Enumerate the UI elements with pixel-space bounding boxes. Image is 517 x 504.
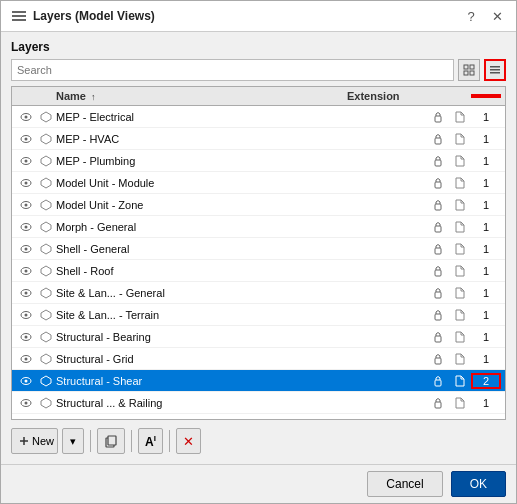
svg-rect-69 [108, 436, 116, 445]
cell-visibility [16, 201, 36, 209]
file-icon [455, 397, 465, 409]
cell-lock [427, 199, 449, 211]
table-row[interactable]: MEP - HVAC1 [12, 128, 505, 150]
cell-count: 1 [471, 309, 501, 321]
close-button[interactable]: ✕ [488, 7, 506, 25]
svg-marker-56 [41, 354, 51, 364]
cell-type [36, 397, 56, 409]
file-icon [455, 111, 465, 123]
svg-marker-60 [41, 376, 51, 386]
cell-visibility [16, 135, 36, 143]
cell-count: 1 [471, 133, 501, 145]
table-row[interactable]: MEP - Electrical1 [12, 106, 505, 128]
cell-file [449, 353, 471, 365]
cancel-button[interactable]: Cancel [367, 471, 442, 497]
cell-lock [427, 111, 449, 123]
svg-marker-36 [41, 244, 51, 254]
svg-marker-16 [41, 134, 51, 144]
cell-count: 1 [471, 199, 501, 211]
rename-icon: AI [145, 434, 156, 449]
table-row[interactable]: Structural - Shear2 [12, 370, 505, 392]
svg-rect-33 [435, 226, 441, 232]
delete-icon: ✕ [183, 434, 194, 449]
dialog-content: Layers [1, 32, 516, 464]
grid-view-button[interactable] [458, 59, 480, 81]
header-num [471, 94, 501, 98]
new-dropdown-button[interactable]: ▾ [62, 428, 84, 454]
svg-rect-25 [435, 182, 441, 188]
cell-type [36, 133, 56, 145]
cell-name: MEP - Electrical [56, 111, 347, 123]
toolbar-separator-2 [131, 430, 132, 452]
copy-button[interactable] [97, 428, 125, 454]
cell-type [36, 287, 56, 299]
cell-file [449, 309, 471, 321]
cell-file [449, 375, 471, 387]
cell-visibility [16, 245, 36, 253]
cell-file [449, 221, 471, 233]
svg-rect-17 [435, 138, 441, 144]
svg-rect-45 [435, 292, 441, 298]
eye-icon [20, 113, 32, 121]
svg-rect-61 [435, 380, 441, 386]
table-row[interactable]: Morph - General1 [12, 216, 505, 238]
lock-icon [433, 199, 443, 211]
eye-icon [20, 201, 32, 209]
layer-type-icon [40, 177, 52, 189]
search-input[interactable] [11, 59, 454, 81]
svg-rect-57 [435, 358, 441, 364]
table-row[interactable]: Site & Lan... - Terrain1 [12, 304, 505, 326]
cell-name: Structural - Shear [56, 375, 347, 387]
table-row[interactable]: Model Unit - Module1 [12, 172, 505, 194]
svg-point-35 [25, 247, 28, 250]
list-icon [489, 64, 501, 76]
cell-name: Site & Lan... - General [56, 287, 347, 299]
cell-count: 1 [471, 265, 501, 277]
title-bar: Layers (Model Views) ? ✕ [1, 1, 516, 32]
svg-point-23 [25, 181, 28, 184]
file-icon [455, 309, 465, 321]
toolbar-separator-3 [169, 430, 170, 452]
table-row[interactable]: Structural ... & Railing1 [12, 392, 505, 414]
cell-file [449, 133, 471, 145]
table-row[interactable]: MEP - Plumbing1 [12, 150, 505, 172]
sort-arrow: ↑ [91, 92, 96, 102]
cell-name: Site & Lan... - Terrain [56, 309, 347, 321]
rename-button[interactable]: AI [138, 428, 163, 454]
header-extension: Extension [347, 90, 427, 102]
file-icon [455, 199, 465, 211]
eye-icon [20, 289, 32, 297]
layer-type-icon [40, 287, 52, 299]
eye-icon [20, 311, 32, 319]
delete-button[interactable]: ✕ [176, 428, 201, 454]
cell-visibility [16, 289, 36, 297]
layer-type-icon [40, 133, 52, 145]
svg-marker-40 [41, 266, 51, 276]
ok-button[interactable]: OK [451, 471, 506, 497]
help-button[interactable]: ? [462, 7, 480, 25]
svg-point-55 [25, 357, 28, 360]
svg-rect-7 [490, 66, 500, 68]
cell-file [449, 331, 471, 343]
table-row[interactable]: Structural - Grid1 [12, 348, 505, 370]
table-header: Name ↑ Extension [12, 87, 505, 106]
list-view-button[interactable] [484, 59, 506, 81]
svg-point-59 [25, 379, 28, 382]
table-row[interactable]: Model Unit - Zone1 [12, 194, 505, 216]
cell-lock [427, 155, 449, 167]
table-row[interactable]: Structural - Bearing1 [12, 326, 505, 348]
cell-type [36, 221, 56, 233]
svg-rect-53 [435, 336, 441, 342]
header-name[interactable]: Name ↑ [56, 90, 347, 102]
table-row[interactable]: Site & Lan... - General1 [12, 282, 505, 304]
cell-name: MEP - Plumbing [56, 155, 347, 167]
cell-type [36, 265, 56, 277]
table-row[interactable]: Shell - Roof1 [12, 260, 505, 282]
cell-name: MEP - HVAC [56, 133, 347, 145]
eye-icon [20, 179, 32, 187]
cell-type [36, 353, 56, 365]
new-button[interactable]: New [11, 428, 58, 454]
table-row[interactable]: Shell - General1 [12, 238, 505, 260]
cell-type [36, 199, 56, 211]
svg-rect-6 [470, 71, 474, 75]
